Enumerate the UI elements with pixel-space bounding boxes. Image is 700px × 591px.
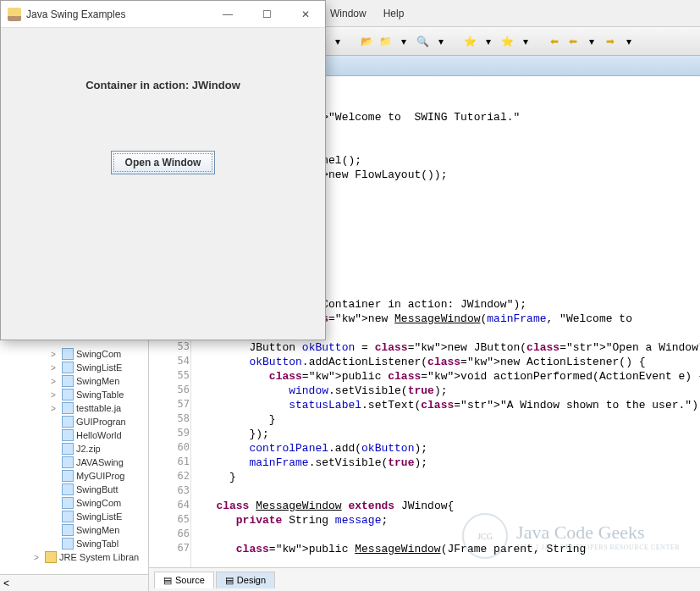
editor-tabs: ▤Source ▤Design — [149, 567, 700, 591]
list-item[interactable]: >SwingTable — [0, 388, 148, 401]
code-line[interactable]: class="kw">public class="kw">void action… — [196, 369, 700, 384]
list-item[interactable]: SwingMen — [0, 523, 148, 537]
line-number: 59 — [159, 427, 190, 439]
code-line[interactable]: class MessageWindow extends JWindow{ — [196, 499, 454, 513]
code-line[interactable]: window.setVisible(true); — [196, 384, 447, 398]
list-item[interactable]: GUIProgran — [0, 415, 148, 428]
line-number: 61 — [159, 456, 190, 467]
window-controls: — ☐ ✕ — [208, 1, 325, 28]
tab-design[interactable]: ▤Design — [216, 572, 275, 588]
star-icon[interactable]: ⭐ — [462, 34, 477, 49]
code-line[interactable]: okButton.addActionListener(class="kw">ne… — [196, 355, 646, 369]
search-icon[interactable]: 🔍 — [415, 34, 430, 49]
titlebar[interactable]: Java Swing Examples — ☐ ✕ — [1, 1, 325, 28]
header-label: Container in action: JWindow — [85, 79, 240, 91]
list-item[interactable]: J2.zip — [0, 442, 148, 456]
window-title: Java Swing Examples — [26, 8, 125, 20]
forward-icon[interactable]: ➡ — [603, 34, 618, 49]
chevron-left-icon[interactable]: < — [3, 577, 9, 589]
line-number: 63 — [159, 484, 190, 496]
code-line[interactable]: statusLabel.setText(class="str">"A Windo… — [196, 398, 700, 412]
dropdown-icon[interactable]: ▾ — [584, 34, 599, 49]
list-item[interactable]: >SwingCom — [0, 347, 148, 361]
dropdown-icon[interactable]: ▾ — [481, 34, 496, 49]
list-item[interactable]: >SwingMen — [0, 374, 148, 388]
menu-window[interactable]: Window — [330, 8, 367, 19]
minimize-icon[interactable]: — — [208, 1, 247, 28]
list-item[interactable]: HelloWorld — [0, 428, 148, 442]
line-number: 58 — [159, 412, 190, 424]
list-item[interactable]: JAVASwing — [0, 456, 148, 469]
line-number: 54 — [159, 355, 190, 367]
code-line[interactable]: private String message; — [196, 513, 388, 527]
line-number: 60 — [159, 441, 190, 453]
page-icon: ▤ — [225, 575, 234, 586]
line-number: 55 — [159, 369, 190, 381]
list-item[interactable]: >SwingListE — [0, 361, 148, 374]
dropdown-icon[interactable]: ▾ — [330, 34, 345, 49]
list-item[interactable]: MyGUIProg — [0, 469, 148, 483]
java-icon — [8, 8, 21, 21]
line-number: 66 — [159, 527, 190, 539]
list-item[interactable]: SwingCom — [0, 496, 148, 510]
close-icon[interactable]: ✕ — [286, 1, 325, 28]
dropdown-icon[interactable]: ▾ — [518, 34, 533, 49]
swing-body: Container in action: JWindow Open a Wind… — [1, 28, 325, 174]
list-item[interactable]: SwingListE — [0, 510, 148, 523]
line-number: 56 — [159, 384, 190, 395]
swing-demo-window: Java Swing Examples — ☐ ✕ Container in a… — [0, 0, 326, 340]
list-item[interactable]: >testtable.ja — [0, 401, 148, 415]
list-item[interactable]: SwingButt — [0, 483, 148, 496]
code-line[interactable]: } — [196, 470, 236, 484]
code-line[interactable]: mainFrame.setVisible(true); — [196, 456, 427, 470]
dropdown-icon[interactable]: ▾ — [396, 34, 411, 49]
tab-source[interactable]: ▤Source — [154, 572, 214, 588]
explorer-statusbar: < — [0, 574, 148, 591]
code-line[interactable]: }); — [196, 427, 269, 441]
line-number: 62 — [159, 470, 190, 482]
star-icon[interactable]: ⭐ — [499, 34, 515, 49]
code-line[interactable]: } — [196, 412, 276, 427]
menu-help[interactable]: Help — [383, 8, 405, 19]
open-window-button[interactable]: Open a Window — [111, 151, 216, 174]
code-line[interactable]: controlPanel.add(okButton); — [196, 441, 427, 456]
code-line[interactable]: JButton okButton = class="kw">new JButto… — [196, 340, 700, 355]
dropdown-icon[interactable]: ▾ — [621, 34, 637, 49]
line-number: 65 — [159, 513, 190, 525]
folder-icon[interactable]: 📁 — [378, 34, 393, 49]
back-icon[interactable]: ⬅ — [547, 34, 562, 49]
line-number: 53 — [159, 340, 190, 352]
line-number: 57 — [159, 398, 190, 410]
line-number: 64 — [159, 499, 190, 511]
dropdown-icon[interactable]: ▾ — [433, 34, 449, 49]
line-number: 67 — [159, 542, 190, 554]
list-item[interactable]: >JRE System Libran — [0, 550, 148, 564]
forward-icon[interactable]: ⬅ — [565, 34, 581, 49]
code-line[interactable]: class="kw">public MessageWindow(JFrame p… — [196, 542, 586, 556]
page-icon: ▤ — [163, 575, 172, 586]
list-item[interactable]: SwingTabl — [0, 537, 148, 550]
open-folder-icon[interactable]: 📂 — [359, 34, 374, 49]
maximize-icon[interactable]: ☐ — [247, 1, 286, 28]
